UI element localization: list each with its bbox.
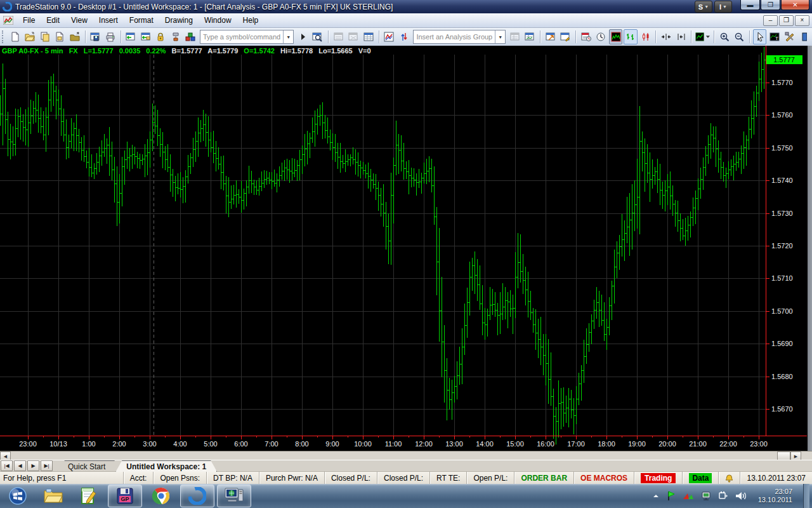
toolbar-separator — [691, 30, 691, 43]
status-field-data[interactable]: Data — [682, 472, 718, 485]
symbol-lookup-icon[interactable] — [311, 29, 325, 44]
format-painter-icon[interactable] — [169, 29, 183, 44]
workspace-tab-quick-start[interactable]: Quick Start — [57, 460, 115, 472]
swap-window-icon[interactable] — [124, 29, 138, 44]
restore-button[interactable]: ❐ — [761, 0, 780, 10]
insert-objects-icon[interactable] — [183, 29, 197, 44]
tray-volume-icon[interactable] — [735, 491, 747, 501]
close-button[interactable]: ✕ — [781, 0, 809, 10]
taskbar-app-gp-floppy[interactable]: GP — [108, 485, 142, 507]
shortcut-s-button[interactable]: S▼ — [695, 1, 712, 13]
mdi-minimize-button[interactable]: – — [763, 15, 778, 26]
tradestation-app-icon — [3, 2, 12, 11]
clock-date: 13.10.2011 — [758, 496, 792, 504]
chart-child-icon — [3, 16, 13, 25]
go-arrow-icon[interactable] — [296, 29, 310, 44]
quote-board-icon[interactable] — [362, 29, 376, 44]
menu-bar: FileEditViewInsertFormatDrawingWindowHel… — [0, 13, 812, 28]
chart-style-bars-icon[interactable] — [624, 29, 638, 44]
time-clock-icon[interactable] — [594, 29, 608, 44]
windows-taskbar: GP 23:07 13.10.2011 — [0, 484, 812, 508]
chart-style-mountain-icon[interactable] — [609, 29, 623, 44]
session-calendar-icon[interactable] — [579, 29, 593, 44]
minimize-button[interactable]: ▬ — [740, 0, 760, 10]
bar-space-decrease-icon[interactable] — [659, 29, 673, 44]
menu-file[interactable]: File — [17, 14, 41, 27]
analysis-grid-2-icon[interactable] — [523, 29, 537, 44]
send-chart-icon[interactable] — [544, 29, 558, 44]
price-tick-label: 1.5740 — [771, 177, 793, 184]
price-chart[interactable]: 1.57701.57601.57501.57401.57301.57201.57… — [0, 46, 812, 451]
collect-folder-icon[interactable] — [68, 29, 82, 44]
tray-green-flag-icon[interactable] — [666, 490, 676, 502]
pointer-icon[interactable] — [753, 29, 767, 44]
alert-bell-icon[interactable] — [718, 472, 740, 485]
taskbar-app-notepad-plus[interactable] — [72, 485, 105, 507]
mdi-close-button[interactable]: × — [795, 15, 809, 26]
toolbar-separator — [714, 30, 714, 43]
workspace-tab-untitled-workspace-1[interactable]: Untitled Workspace: 1 — [115, 460, 217, 472]
tray-device-icon[interactable] — [717, 491, 729, 501]
next-workspace-button[interactable]: ▶ — [27, 460, 39, 471]
menu-edit[interactable]: Edit — [41, 14, 65, 27]
status-field-closed-p-l-: Closed P/L: — [377, 472, 429, 485]
prev-workspace-button[interactable]: ◀ — [14, 460, 26, 471]
lock-icon[interactable] — [154, 29, 167, 44]
analysis-group-combo[interactable]: Insert an Analysis Group▼ — [413, 30, 506, 44]
chart-shortcut-icon[interactable] — [382, 29, 396, 44]
high-label: Hi=1.5778 — [280, 47, 313, 55]
toolbar-separator — [328, 30, 329, 43]
menu-view[interactable]: View — [65, 14, 93, 27]
sort-updown-icon[interactable] — [397, 29, 411, 44]
last-workspace-button[interactable]: ▶| — [41, 460, 53, 471]
export-chart-icon[interactable] — [559, 29, 573, 44]
chart-text-icon[interactable]: T — [768, 29, 782, 44]
analysis-group-combo-dropdown-icon[interactable]: ▼ — [495, 30, 505, 43]
menu-drawing[interactable]: Drawing — [159, 14, 199, 27]
menu-help[interactable]: Help — [237, 14, 265, 27]
taskbar-app-explorer[interactable] — [37, 485, 70, 507]
chart-horizontal-scrollbar[interactable]: ◀ ▶ — [0, 451, 812, 460]
shortcut-i-button[interactable]: I▼ — [714, 1, 732, 13]
last-price-badge-label: 1.5777 — [773, 56, 795, 64]
scale-menu-icon[interactable] — [695, 29, 710, 44]
open-workspace-icon[interactable] — [23, 29, 37, 44]
save-desktop-icon[interactable] — [89, 29, 103, 44]
show-desktop-button[interactable] — [803, 484, 809, 508]
taskbar-clock[interactable]: 23:07 13.10.2011 — [753, 488, 797, 504]
copy-window-icon[interactable] — [38, 29, 52, 44]
zoom-out-icon[interactable] — [732, 29, 746, 44]
menu-format[interactable]: Format — [124, 14, 159, 27]
tray-expand-icon[interactable] — [652, 491, 660, 500]
symbol-command-combo[interactable]: Type a symbol/command▼ — [200, 30, 294, 44]
symbol-command-combo-dropdown-icon[interactable]: ▼ — [283, 30, 293, 43]
tray-ts-mark-icon[interactable] — [682, 491, 695, 501]
print-icon[interactable] — [103, 29, 117, 44]
new-document-icon[interactable] — [8, 29, 22, 44]
first-workspace-button[interactable]: |◀ — [1, 460, 13, 471]
menu-insert[interactable]: Insert — [93, 14, 124, 27]
menu-window[interactable]: Window — [199, 14, 237, 27]
status-field-oe-macros[interactable]: OE MACROS — [573, 472, 634, 485]
swap-window-2-icon[interactable] — [139, 29, 153, 44]
edge-partial-icon[interactable] — [797, 29, 811, 44]
chart-style-candles-icon[interactable] — [639, 29, 653, 44]
time-tick-label: 20:00 — [658, 440, 676, 448]
drawing-tools-icon[interactable] — [783, 29, 797, 44]
taskbar-app-remote-desktop[interactable] — [217, 485, 251, 507]
taskbar-app-chrome[interactable] — [145, 485, 178, 507]
status-field-open-psns-: Open Psns: — [153, 472, 206, 485]
taskbar-app-tradestation[interactable] — [180, 485, 214, 507]
status-field-trading[interactable]: Trading — [634, 472, 682, 485]
mdi-restore-button[interactable]: ❐ — [779, 15, 794, 26]
tray-network-icon[interactable] — [700, 491, 712, 501]
taskbar-app-start-orb[interactable] — [1, 485, 34, 507]
formula-grid-2-icon — [347, 29, 361, 44]
time-tick-label: 14:00 — [476, 440, 494, 448]
bar-space-increase-icon[interactable] — [674, 29, 688, 44]
time-tick-label: 15:00 — [506, 440, 524, 448]
save-page-icon[interactable] — [53, 29, 67, 44]
status-field-order-bar[interactable]: ORDER BAR — [514, 472, 573, 485]
zoom-in-icon[interactable] — [717, 29, 731, 44]
status-field-open-p-l-: Open P/L: — [466, 472, 514, 485]
